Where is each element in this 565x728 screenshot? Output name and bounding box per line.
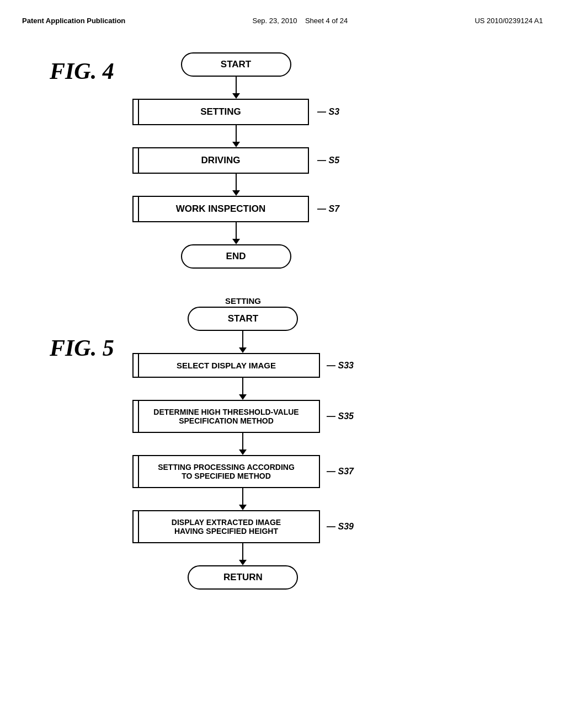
arrow-head (232, 190, 240, 196)
fig5-flowchart: SETTING START SELECT DISPLAY IMAGE — S33 (132, 296, 354, 590)
header-patent-number: US 2010/0239124 A1 (475, 17, 543, 25)
fig4-start-node: START (181, 52, 291, 77)
fig5-arrow-4 (239, 488, 247, 510)
arrow-line (242, 378, 243, 394)
fig5-determine-row: DETERMINE HIGH THRESHOLD-VALUESPECIFICAT… (132, 400, 354, 433)
arrow-line (236, 222, 237, 239)
fig5-label: FIG. 5 (50, 335, 132, 361)
arrow-head (232, 239, 240, 244)
header-date: Sep. 23, 2010 (252, 17, 297, 25)
fig4-end-node: END (181, 244, 291, 269)
fig4-start-container: START (181, 52, 291, 77)
fig5-determine-node: DETERMINE HIGH THRESHOLD-VALUESPECIFICAT… (132, 400, 320, 433)
header: Patent Application Publication Sep. 23, … (22, 11, 543, 36)
fig5-return-container: RETURN (188, 565, 298, 590)
fig5-display-row: DISPLAY EXTRACTED IMAGEHAVING SPECIFIED … (132, 510, 354, 543)
arrow-head (239, 394, 247, 400)
fig5-setting-proc-row: SETTING PROCESSING ACCORDINGTO SPECIFIED… (132, 455, 354, 488)
arrow-head (239, 560, 247, 565)
fig5-arrow-2 (239, 378, 247, 400)
fig5-s33-label: — S33 (327, 361, 354, 371)
fig5-s39-label: — S39 (327, 522, 354, 532)
fig5-section: FIG. 5 SETTING START SELECT DISPLAY IMAG… (22, 296, 543, 590)
fig4-arrow-4 (232, 222, 240, 244)
fig5-label-area: FIG. 5 (50, 296, 132, 361)
fig4-arrow-2 (232, 125, 240, 147)
fig5-arrow-1 (239, 331, 247, 353)
header-date-sheet: Sep. 23, 2010 Sheet 4 of 24 (252, 17, 348, 25)
arrow-line (236, 174, 237, 190)
arrow-line (242, 433, 243, 449)
arrow-line (236, 77, 237, 93)
fig4-driving-node: DRIVING (132, 147, 309, 174)
fig4-arrow-1 (232, 77, 240, 99)
fig5-select-row: SELECT DISPLAY IMAGE — S33 (132, 353, 354, 378)
fig5-s37-label: — S37 (327, 467, 354, 477)
page: Patent Application Publication Sep. 23, … (0, 0, 565, 728)
fig4-work-inspection-row: WORK INSPECTION — S7 (132, 196, 339, 222)
fig5-arrow-5 (239, 543, 247, 565)
arrow-line (242, 488, 243, 505)
fig4-work-inspection-node: WORK INSPECTION (132, 196, 309, 222)
arrow-head (239, 449, 247, 455)
arrow-head (239, 347, 247, 353)
arrow-head (232, 142, 240, 147)
arrow-line (242, 331, 243, 347)
fig5-setting-above: SETTING (225, 296, 261, 306)
fig5-start-node: START (188, 307, 298, 331)
fig5-display-node: DISPLAY EXTRACTED IMAGEHAVING SPECIFIED … (132, 510, 320, 543)
fig4-flowchart: START SETTING — S3 (132, 52, 339, 269)
fig4-label: FIG. 4 (50, 58, 116, 84)
fig5-start-container: START (188, 307, 298, 331)
arrow-line (236, 125, 237, 142)
fig4-driving-row: DRIVING — S5 (132, 147, 339, 174)
arrow-head (239, 505, 247, 510)
fig4-s5-label: — S5 (317, 156, 339, 165)
fig5-s35-label: — S35 (327, 411, 354, 421)
fig5-select-node: SELECT DISPLAY IMAGE (132, 353, 320, 378)
fig5-arrow-3 (239, 433, 247, 455)
fig4-section: FIG. 4 START SETTING — S3 (22, 52, 543, 269)
arrow-line (242, 543, 243, 560)
header-publication-label: Patent Application Publication (22, 17, 125, 25)
fig4-end-container: END (181, 244, 291, 269)
fig5-setting-proc-node: SETTING PROCESSING ACCORDINGTO SPECIFIED… (132, 455, 320, 488)
fig5-return-node: RETURN (188, 565, 298, 590)
fig4-s3-label: — S3 (317, 107, 339, 117)
fig4-arrow-3 (232, 174, 240, 196)
fig4-setting-row: SETTING — S3 (132, 99, 339, 125)
fig4-setting-node: SETTING (132, 99, 309, 125)
arrow-head (232, 93, 240, 99)
fig4-s7-label: — S7 (317, 204, 339, 214)
header-sheet: Sheet 4 of 24 (305, 17, 348, 25)
